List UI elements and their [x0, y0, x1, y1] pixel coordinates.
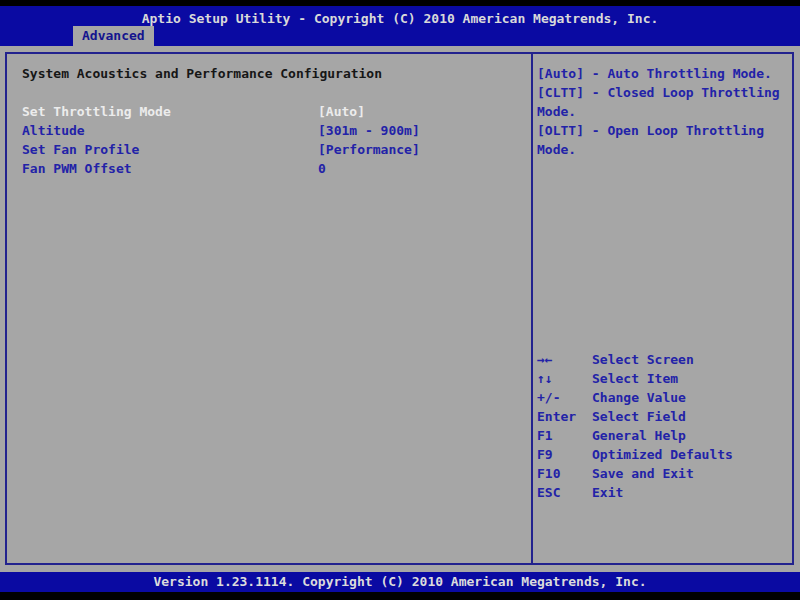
legend-row: ↑↓ Select Item — [537, 369, 733, 388]
content-frame: System Acoustics and Performance Configu… — [5, 52, 794, 565]
legend-key: ESC — [537, 483, 592, 502]
setting-row-fan-profile[interactable]: Set Fan Profile [Performance] — [22, 140, 531, 159]
legend-row: F10 Save and Exit — [537, 464, 733, 483]
legend-key: F10 — [537, 464, 592, 483]
legend-row: ESC Exit — [537, 483, 733, 502]
page-title: System Acoustics and Performance Configu… — [22, 64, 531, 83]
bios-screen: Aptio Setup Utility - Copyright (C) 2010… — [0, 0, 800, 600]
main-area: System Acoustics and Performance Configu… — [0, 46, 800, 572]
help-line: [CLTT] - Closed Loop Throttling Mode. — [537, 83, 790, 121]
tab-advanced[interactable]: Advanced — [73, 26, 154, 46]
settings-list: Set Throttling Mode [Auto] Altitude [301… — [22, 102, 531, 178]
legend-action: Select Field — [592, 407, 686, 426]
legend-action: Exit — [592, 483, 623, 502]
app-title: Aptio Setup Utility - Copyright (C) 2010… — [0, 6, 800, 28]
legend-key: F9 — [537, 445, 592, 464]
legend-key: F1 — [537, 426, 592, 445]
setting-row-fan-pwm-offset[interactable]: Fan PWM Offset 0 — [22, 159, 531, 178]
help-line: [Auto] - Auto Throttling Mode. — [537, 64, 790, 83]
setting-value[interactable]: [Auto] — [318, 102, 365, 121]
legend-row: +/- Change Value — [537, 388, 733, 407]
setting-value[interactable]: [301m - 900m] — [318, 121, 420, 140]
legend-row: F9 Optimized Defaults — [537, 445, 733, 464]
setting-value[interactable]: 0 — [318, 159, 326, 178]
legend-row: Enter Select Field — [537, 407, 733, 426]
legend-row: →← Select Screen — [537, 350, 733, 369]
settings-pane: System Acoustics and Performance Configu… — [7, 54, 531, 563]
legend-action: Save and Exit — [592, 464, 694, 483]
help-text: [Auto] - Auto Throttling Mode. [CLTT] - … — [537, 64, 790, 159]
setting-label: Set Throttling Mode — [22, 102, 318, 121]
setting-row-throttling-mode[interactable]: Set Throttling Mode [Auto] — [22, 102, 531, 121]
setting-value[interactable]: [Performance] — [318, 140, 420, 159]
legend-action: Change Value — [592, 388, 686, 407]
legend-action: Optimized Defaults — [592, 445, 733, 464]
key-legend: →← Select Screen ↑↓ Select Item +/- Chan… — [537, 350, 733, 502]
help-line: [OLTT] - Open Loop Throttling Mode. — [537, 121, 790, 159]
legend-key: Enter — [537, 407, 592, 426]
legend-key: +/- — [537, 388, 592, 407]
arrows-leftright-icon: →← — [537, 350, 592, 369]
version-bar: Version 1.23.1114. Copyright (C) 2010 Am… — [0, 572, 800, 592]
setting-label: Fan PWM Offset — [22, 159, 318, 178]
arrows-updown-icon: ↑↓ — [537, 369, 592, 388]
setting-label: Altitude — [22, 121, 318, 140]
setting-row-altitude[interactable]: Altitude [301m - 900m] — [22, 121, 531, 140]
help-pane: [Auto] - Auto Throttling Mode. [CLTT] - … — [531, 54, 792, 563]
legend-action: Select Screen — [592, 350, 694, 369]
setting-label: Set Fan Profile — [22, 140, 318, 159]
legend-row: F1 General Help — [537, 426, 733, 445]
legend-action: General Help — [592, 426, 686, 445]
legend-action: Select Item — [592, 369, 678, 388]
